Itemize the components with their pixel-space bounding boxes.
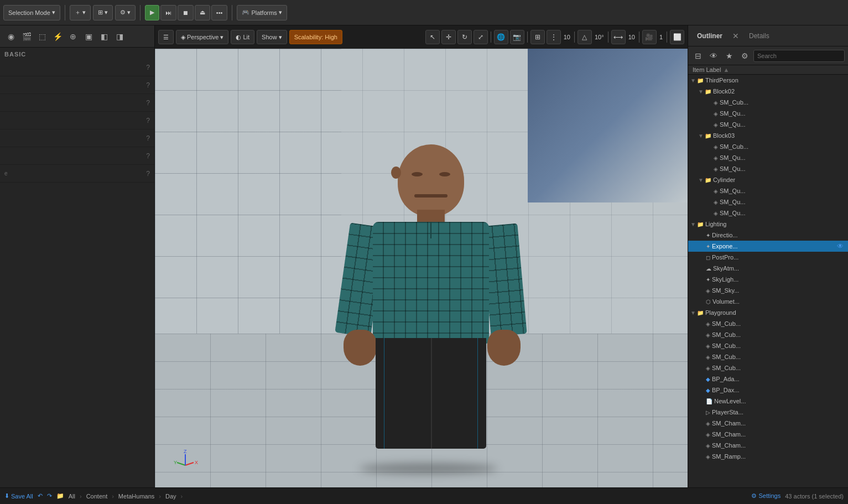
tree-item[interactable]: ◻ PostPro... [688, 252, 848, 263]
tree-item[interactable]: ◈ SM_Cub... [688, 97, 848, 108]
platforms-btn[interactable]: 🎮 Platforms ▾ [237, 5, 287, 20]
eject-btn[interactable]: ⏏ [195, 5, 210, 20]
tree-item[interactable]: ⬡ Volumet... [688, 296, 848, 307]
redo-btn[interactable]: ↷ [47, 492, 52, 500]
outliner-filter-btn[interactable]: ⊟ [691, 49, 705, 63]
tree-item[interactable]: ◈ SM_Cub... [688, 329, 848, 340]
tree-item[interactable]: ◈ SM_Cub... [688, 362, 848, 373]
tree-item[interactable]: ◈ SM_Qu... [688, 163, 848, 174]
tree-item[interactable]: ▼ 📁 ThirdPerson [688, 75, 848, 86]
world-btn[interactable]: 🌐 [494, 30, 508, 44]
tree-item[interactable]: ◈ SM_Qu... [688, 152, 848, 163]
angle-snap-btn[interactable]: △ [578, 30, 592, 44]
help-icon-5[interactable]: ? [146, 134, 150, 142]
tree-item[interactable]: ◈ SM_Qu... [688, 196, 848, 207]
snap-btn[interactable]: ⊞▾ [93, 5, 113, 20]
tree-item[interactable]: 📄 NewLevel... [688, 396, 848, 407]
tree-item[interactable]: ◈ SM_Sky... [688, 285, 848, 296]
tree-item[interactable]: ◆ BP_Ada... [688, 373, 848, 385]
undo-btn[interactable]: ↶ [38, 492, 43, 500]
select-tool-btn[interactable]: ↖ [425, 30, 440, 44]
panel-icon-btn-6[interactable]: ▣ [82, 30, 95, 43]
tree-item[interactable]: ▼ 📁 Block03 [688, 130, 848, 141]
tree-item[interactable]: ✦ Expone... 👁 [688, 241, 848, 252]
outliner-settings-btn[interactable]: ⚙ [738, 49, 751, 63]
help-icon-4[interactable]: ? [146, 117, 150, 124]
details-tab[interactable]: Details [747, 31, 772, 41]
perspective-btn[interactable]: ◈ Perspective ▾ [176, 30, 228, 44]
tree-item[interactable]: ◈ SM_Qu... [688, 108, 848, 119]
panel-icon-btn-7[interactable]: ◧ [97, 30, 111, 43]
help-icon-3[interactable]: ? [146, 99, 150, 107]
build-btn[interactable]: ⚙▾ [115, 5, 136, 20]
tree-item[interactable]: ◈ SM_Cham... [688, 418, 848, 429]
panel-icon-btn-1[interactable]: ◉ [4, 30, 18, 43]
visibility-icon[interactable]: 👁 [837, 242, 844, 250]
camera-speed-btn[interactable]: 🎥 [642, 30, 657, 44]
tree-item[interactable]: ◈ SM_Qu... [688, 207, 848, 219]
tree-item[interactable]: ◈ SM_Cub... [688, 318, 848, 329]
camera-btn[interactable]: 📷 [510, 30, 524, 44]
settings-btn[interactable]: ⚙ Settings [751, 492, 781, 500]
more-play-btn[interactable]: ••• [211, 5, 228, 20]
show-btn[interactable]: Show ▾ [257, 30, 287, 44]
maximize-btn[interactable]: ⬜ [670, 30, 684, 44]
panel-icon-btn-3[interactable]: ⬚ [35, 30, 49, 43]
tree-item[interactable]: ▼ 📁 Cylinder [688, 174, 848, 185]
help-icon-2[interactable]: ? [146, 81, 150, 89]
panel-icon-btn-8[interactable]: ◨ [113, 30, 126, 43]
tree-item[interactable]: ◈ SM_Ramp... [688, 451, 848, 462]
help-icon-7[interactable]: ? [146, 170, 150, 178]
outliner-star-btn[interactable]: ★ [722, 49, 736, 63]
translate-tool-btn[interactable]: ✛ [441, 30, 456, 44]
selection-mode-btn[interactable]: Selection Mode ▾ [3, 5, 60, 20]
tree-item[interactable]: ✦ SkyLigh... [688, 274, 848, 285]
tree-item[interactable]: ◈ SM_Cub... [688, 141, 848, 152]
tree-item[interactable]: ▼ 📁 Playground [688, 307, 848, 318]
next-frame-btn[interactable]: ⏭ [160, 5, 176, 20]
stop-btn[interactable]: ⏹ [178, 5, 194, 20]
scale-tool-btn[interactable]: ⤢ [474, 30, 488, 44]
tree-item[interactable]: ◆ BP_Dax... [688, 385, 848, 396]
panel-icon-btn-4[interactable]: ⚡ [51, 30, 64, 43]
expand-icon[interactable]: ▼ [698, 133, 704, 139]
breadcrumb-day[interactable]: Day [165, 493, 176, 500]
viewport-container[interactable]: ☰ ◈ Perspective ▾ ◐ Lit Show ▾ Scalabili… [155, 25, 688, 487]
save-all-btn[interactable]: ⬇ Save All [4, 492, 33, 500]
grid-snap-btn[interactable]: ⋮ [547, 30, 561, 44]
rotate-tool-btn[interactable]: ↻ [457, 30, 472, 44]
tree-item[interactable]: ▷ PlayerSta... [688, 407, 848, 418]
expand-icon[interactable]: ▼ [698, 89, 704, 95]
expand-icon[interactable]: ▼ [690, 221, 696, 227]
tree-item[interactable]: ✦ Directio... [688, 230, 848, 241]
tree-item[interactable]: ◈ SM_Cham... [688, 429, 848, 440]
add-actor-btn[interactable]: ＋▾ [70, 5, 91, 20]
tree-item[interactable]: ◈ SM_Qu... [688, 185, 848, 196]
expand-icon[interactable]: ▼ [690, 310, 696, 316]
outliner-tab[interactable]: Outliner [693, 30, 727, 42]
outliner-items[interactable]: ▼ 📁 ThirdPerson ▼ 📁 Block02 ◈ SM_Cub... … [688, 75, 848, 487]
panel-icon-btn-5[interactable]: ⊕ [66, 30, 80, 43]
viewport-menu-btn[interactable]: ☰ [158, 30, 174, 44]
outliner-search-input[interactable] [753, 50, 845, 62]
breadcrumb-all[interactable]: All [69, 493, 75, 500]
grid-view-btn[interactable]: ⊞ [530, 30, 545, 44]
tree-item[interactable]: ☁ SkyAtm... [688, 263, 848, 274]
play-btn[interactable]: ▶ [145, 5, 159, 20]
breadcrumb-content[interactable]: Content [86, 493, 108, 500]
tree-item[interactable]: ◈ SM_Qu... [688, 119, 848, 130]
help-icon-6[interactable]: ? [146, 152, 150, 160]
outliner-close-btn[interactable]: ✕ [730, 30, 741, 41]
expand-icon[interactable]: ▼ [698, 177, 704, 183]
lit-btn[interactable]: ◐ Lit [231, 30, 254, 44]
breadcrumb-metahumans[interactable]: MetaHumans [118, 493, 154, 500]
scale-snap-btn[interactable]: ⟷ [611, 30, 626, 44]
tree-item[interactable]: ▼ 📁 Block02 [688, 86, 848, 97]
tree-item[interactable]: ◈ SM_Cham... [688, 440, 848, 451]
tree-item[interactable]: ◈ SM_Cub... [688, 351, 848, 362]
outliner-eye-btn[interactable]: 👁 [707, 49, 720, 63]
tree-item[interactable]: ◈ SM_Cub... [688, 340, 848, 351]
tree-item[interactable]: ▼ 📁 Lighting [688, 219, 848, 230]
expand-icon[interactable]: ▼ [690, 77, 696, 84]
help-icon-1[interactable]: ? [146, 64, 150, 71]
